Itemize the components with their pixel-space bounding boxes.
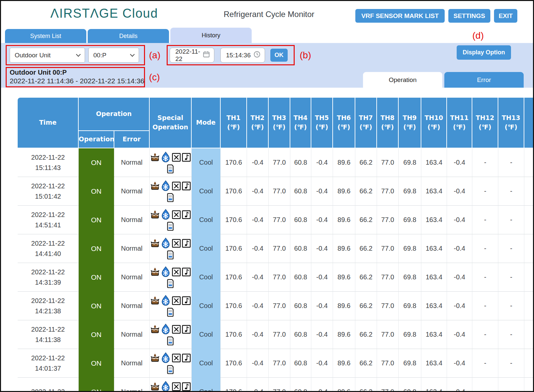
table-cell: -0.4 <box>311 292 333 320</box>
header-row-1: TimeOperationSpecial OperationModeTH1(℉)… <box>18 98 534 131</box>
table-cell: - <box>472 292 498 320</box>
table-cell: -0.4 <box>311 177 333 206</box>
calendar-icon[interactable] <box>203 51 210 60</box>
column-header: Mode <box>192 98 221 148</box>
selected-unit-label: Outdoor Unit 00:P <box>10 69 67 76</box>
column-header: TH1(℉) <box>221 98 247 148</box>
column-header: Time <box>18 98 79 148</box>
table-cell: - <box>498 206 524 234</box>
table-cell: 60.8 <box>290 148 311 177</box>
table-cell: Normal <box>114 148 150 177</box>
column-header: Error <box>114 131 150 148</box>
unit-select[interactable]: 00:P <box>88 48 139 63</box>
column-header <box>524 98 534 148</box>
clock-icon[interactable] <box>253 51 261 60</box>
column-header: Special Operation <box>150 98 192 148</box>
cancel-icon <box>171 382 181 392</box>
table-cell: - <box>498 320 524 349</box>
time-input-value: 15:14:36 <box>226 52 251 59</box>
tab-history[interactable]: History <box>170 28 252 43</box>
table-cell: -0.4 <box>447 177 472 206</box>
subtab-error[interactable]: Error <box>444 72 524 88</box>
quiet-mode-icon <box>181 296 191 306</box>
chevron-down-icon <box>130 52 135 57</box>
subtab-operation[interactable]: Operation <box>363 72 442 88</box>
quiet-mode-icon <box>181 267 191 277</box>
table-cell: 2022-11-2214:11:38 <box>18 320 79 349</box>
table-cell: 66.2 <box>355 177 377 206</box>
table-cell: 77.0 <box>269 349 290 378</box>
display-option-button[interactable]: Display Option <box>457 45 511 60</box>
table-cell: -0.4 <box>247 263 269 292</box>
table-cell: -0.4 <box>447 320 472 349</box>
table-cell <box>524 177 534 206</box>
table-cell: 60.8 <box>290 320 311 349</box>
defrost-icon <box>160 352 171 364</box>
settings-button[interactable]: SETTINGS <box>448 9 490 23</box>
table-cell: - <box>472 378 498 392</box>
table-cell <box>524 263 534 292</box>
table-cell: -0.4 <box>247 177 269 206</box>
table-cell: 77.0 <box>269 320 290 349</box>
table-row: 2022-11-2214:51:41ONNormalCool170.6-0.47… <box>18 206 534 234</box>
table-cell <box>524 320 534 349</box>
special-operation-icons <box>150 381 191 392</box>
capacity-save-icon <box>166 278 175 288</box>
special-operation-icons <box>150 352 191 374</box>
table-cell <box>150 263 192 292</box>
ok-button[interactable]: OK <box>270 49 288 62</box>
table-cell: 2022-11-22 <box>18 378 79 392</box>
table-cell: 69.8 <box>399 234 421 263</box>
table-cell: -0.4 <box>447 263 472 292</box>
table-cell: - <box>498 234 524 263</box>
column-header: Operation <box>79 131 114 148</box>
tab-system-list[interactable]: System List <box>5 29 86 43</box>
table-cell: 2022-11-2214:51:41 <box>18 206 79 234</box>
cancel-icon <box>171 296 181 306</box>
table-cell: -0.4 <box>447 378 472 392</box>
table-cell: 89.6 <box>333 320 355 349</box>
table-cell: ON <box>79 177 114 206</box>
defrost-icon <box>160 152 171 163</box>
special-operation-icons <box>150 152 191 174</box>
table-cell: -0.4 <box>311 320 333 349</box>
defrost-icon <box>160 266 171 278</box>
table-cell: 89.6 <box>333 206 355 234</box>
exit-button[interactable]: EXIT <box>494 9 517 23</box>
vrf-sensor-mark-list-button[interactable]: VRF SENSOR MARK LIST <box>355 9 445 23</box>
table-cell <box>524 349 534 378</box>
column-header: TH10(℉) <box>421 98 447 148</box>
table-cell: 66.2 <box>355 349 377 378</box>
table-cell: 77.0 <box>269 234 290 263</box>
top-bar: ΛIRSTΛGE Cloud Refrigerant Cycle Monitor… <box>1 1 533 28</box>
table-cell: 69.8 <box>399 177 421 206</box>
cancel-icon <box>171 267 181 277</box>
capacity-save-icon <box>166 192 175 202</box>
table-cell: - <box>472 349 498 378</box>
date-input[interactable]: 2022-11-22 <box>170 48 214 63</box>
tab-details[interactable]: Details <box>88 29 169 43</box>
defrost-icon <box>160 324 171 335</box>
table-cell: 170.6 <box>221 234 247 263</box>
table-cell: 60.8 <box>290 378 311 392</box>
table-row: 2022-11-2214:01:37ONNormalCool170.6-0.47… <box>18 349 534 378</box>
table-cell: 170.6 <box>221 263 247 292</box>
unit-type-select[interactable]: Outdoor Unit <box>10 48 85 63</box>
table-cell: -0.4 <box>311 378 333 392</box>
table-cell: 89.6 <box>333 378 355 392</box>
table-cell: 60.8 <box>290 177 311 206</box>
table-cell: ON <box>79 292 114 320</box>
table-cell <box>150 148 192 177</box>
table-cell: 170.6 <box>221 320 247 349</box>
table-cell: Cool <box>192 177 221 206</box>
time-input[interactable]: 15:14:36 <box>220 48 265 63</box>
special-operation-icons <box>150 209 191 231</box>
table-cell: 170.6 <box>221 177 247 206</box>
table-cell: Cool <box>192 234 221 263</box>
table-cell: Cool <box>192 148 221 177</box>
table-cell: ON <box>79 206 114 234</box>
table-cell: -0.4 <box>447 148 472 177</box>
table-cell: -0.4 <box>311 349 333 378</box>
airstage-cloud-logo: ΛIRSTΛGE Cloud <box>50 6 158 21</box>
table-cell: Cool <box>192 320 221 349</box>
